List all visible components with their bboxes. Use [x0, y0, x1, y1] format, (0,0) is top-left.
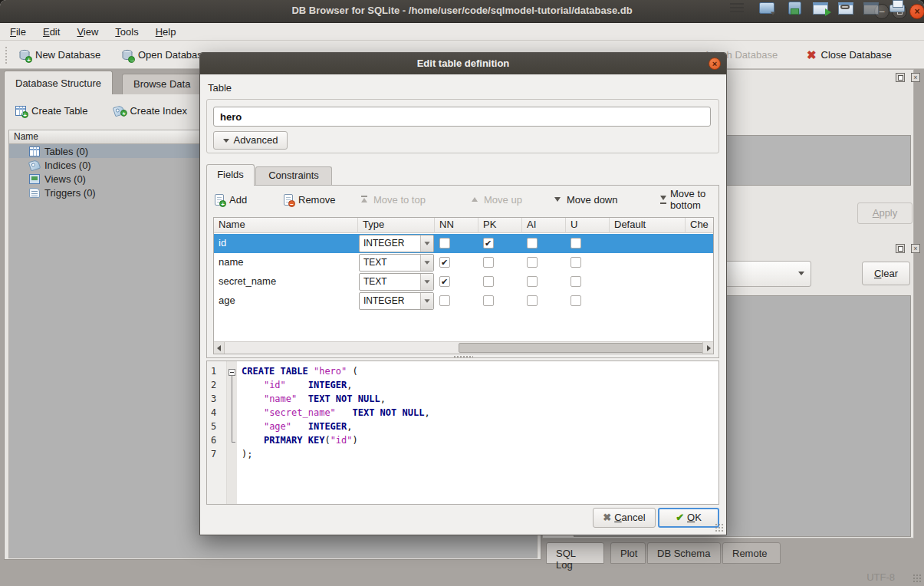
move-up-label: Move up: [484, 194, 522, 206]
menu-tools[interactable]: Tools: [107, 25, 146, 39]
type-combobox[interactable]: INTEGER: [359, 235, 434, 252]
chevron-down-icon: [424, 280, 429, 284]
tab-db-schema[interactable]: DB Schema: [647, 542, 721, 564]
dock-float-icon[interactable]: [896, 73, 905, 82]
column-header-nn[interactable]: NN: [435, 218, 478, 233]
column-header-u[interactable]: U: [566, 218, 610, 233]
sql-line: "age" INTEGER,: [242, 421, 718, 435]
splitter-handle[interactable]: [453, 355, 473, 358]
combo-arrow-button[interactable]: [420, 293, 433, 309]
tab-plot[interactable]: Plot: [610, 542, 646, 564]
toolbar-drag-handle[interactable]: [5, 46, 8, 64]
fold-line: [232, 376, 232, 442]
menu-help[interactable]: Help: [147, 25, 185, 39]
tab-fields[interactable]: Fields: [206, 164, 255, 186]
close-database-button[interactable]: ✖ Close Database: [807, 45, 892, 64]
open-database-label: Open Database: [138, 49, 208, 61]
pk-checkbox[interactable]: [483, 238, 494, 249]
tab-remote[interactable]: Remote: [722, 542, 781, 564]
remove-field-button[interactable]: − Remove: [284, 191, 335, 208]
field-name[interactable]: age: [219, 295, 235, 306]
column-header-name[interactable]: Name: [214, 218, 358, 233]
print-icon[interactable]: [889, 0, 905, 12]
pk-checkbox[interactable]: [483, 257, 494, 268]
nn-checkbox[interactable]: [439, 295, 450, 306]
type-combobox[interactable]: TEXT: [359, 254, 434, 272]
scrollbar-thumb[interactable]: [459, 343, 704, 353]
open-database-icon: →: [121, 49, 133, 61]
close-button[interactable]: ×: [909, 4, 924, 19]
field-name[interactable]: name: [219, 256, 244, 268]
menu-file[interactable]: File: [2, 25, 35, 39]
open-sql-file-icon[interactable]: [759, 0, 774, 14]
field-name[interactable]: secret_name: [219, 275, 276, 287]
advanced-button[interactable]: Advanced: [213, 131, 288, 150]
window-size-grip[interactable]: [912, 574, 922, 583]
menu-edit[interactable]: Edit: [35, 25, 68, 39]
combo-arrow-button[interactable]: [420, 274, 433, 290]
dialog-size-grip[interactable]: [715, 523, 724, 532]
field-row-age[interactable]: age INTEGER: [214, 291, 713, 311]
menu-view[interactable]: View: [68, 25, 107, 39]
new-database-button[interactable]: + New Database: [18, 45, 100, 64]
combo-arrow-button[interactable]: [420, 235, 433, 252]
field-row-secret-name[interactable]: secret_name TEXT: [214, 272, 713, 291]
link-icon[interactable]: [838, 0, 853, 15]
create-table-button[interactable]: + Create Table: [15, 105, 87, 117]
scroll-left-arrow[interactable]: [214, 342, 225, 354]
encoding-indicator[interactable]: UTF-8: [866, 571, 895, 583]
execute-sql-icon[interactable]: [813, 0, 828, 15]
close-database-icon: ✖: [807, 48, 817, 62]
pk-checkbox[interactable]: [483, 276, 494, 287]
tab-sql-log[interactable]: SQL Log: [546, 542, 604, 564]
move-to-bottom-button[interactable]: Move to bottom: [659, 191, 718, 208]
open-database-button[interactable]: → Open Database: [121, 45, 208, 64]
table-name-input[interactable]: [213, 107, 711, 127]
clear-button[interactable]: Clear: [862, 262, 910, 285]
sql-line: "secret_name" TEXT NOT NULL,: [242, 407, 718, 421]
column-header-pk[interactable]: PK: [478, 218, 522, 233]
tab-browse-data[interactable]: Browse Data: [122, 74, 202, 94]
ai-checkbox[interactable]: [527, 257, 538, 268]
combo-arrow-button[interactable]: [420, 255, 433, 271]
u-checkbox[interactable]: [571, 238, 581, 249]
fields-tab-panel: + Add − Remove Move to top Move up: [206, 185, 719, 358]
column-header-ai[interactable]: AI: [522, 218, 566, 233]
nn-checkbox[interactable]: [439, 276, 450, 287]
create-index-button[interactable]: + Create Index: [113, 105, 186, 117]
ai-checkbox[interactable]: [527, 276, 538, 287]
dock-float-icon[interactable]: [896, 244, 905, 253]
u-checkbox[interactable]: [571, 295, 581, 306]
dock-close-icon[interactable]: ×: [911, 73, 920, 82]
fold-collapse-icon[interactable]: [229, 369, 235, 376]
field-name[interactable]: id: [219, 237, 226, 249]
save-sql-file-icon[interactable]: [788, 0, 801, 15]
type-combobox[interactable]: INTEGER: [359, 292, 434, 310]
grid-horizontal-scrollbar[interactable]: [214, 341, 713, 354]
field-row-name[interactable]: name TEXT: [214, 253, 713, 272]
u-checkbox[interactable]: [571, 276, 581, 287]
column-header-default[interactable]: Default: [610, 218, 686, 233]
type-combobox[interactable]: TEXT: [359, 273, 434, 291]
dialog-close-button[interactable]: ×: [709, 58, 721, 70]
add-field-button[interactable]: + Add: [215, 191, 247, 208]
nn-checkbox[interactable]: [439, 257, 450, 268]
ai-checkbox[interactable]: [527, 295, 538, 306]
ok-button[interactable]: ✔OK: [658, 508, 719, 528]
u-checkbox[interactable]: [571, 257, 581, 268]
nn-checkbox[interactable]: [439, 238, 450, 249]
ai-checkbox[interactable]: [527, 238, 538, 249]
tab-constraints[interactable]: Constraints: [255, 166, 332, 186]
tab-database-structure[interactable]: Database Structure: [4, 71, 113, 94]
sql-preview-editor[interactable]: 1 2 3 4 5 6 7 CREATE TABLE "hero" ( "id"…: [206, 360, 719, 505]
field-row-id[interactable]: id INTEGER: [214, 234, 713, 253]
sql-log-icon[interactable]: [730, 0, 744, 14]
dock-close-icon[interactable]: ×: [911, 244, 920, 253]
move-down-button[interactable]: Move down: [554, 191, 617, 208]
pk-checkbox[interactable]: [483, 295, 494, 306]
cancel-button[interactable]: ✖Cancel: [593, 508, 656, 528]
column-header-type[interactable]: Type: [358, 218, 435, 233]
dialog-titlebar: Edit table definition: [200, 53, 726, 74]
scroll-right-arrow[interactable]: [702, 342, 713, 354]
column-header-check[interactable]: Che: [686, 218, 713, 233]
